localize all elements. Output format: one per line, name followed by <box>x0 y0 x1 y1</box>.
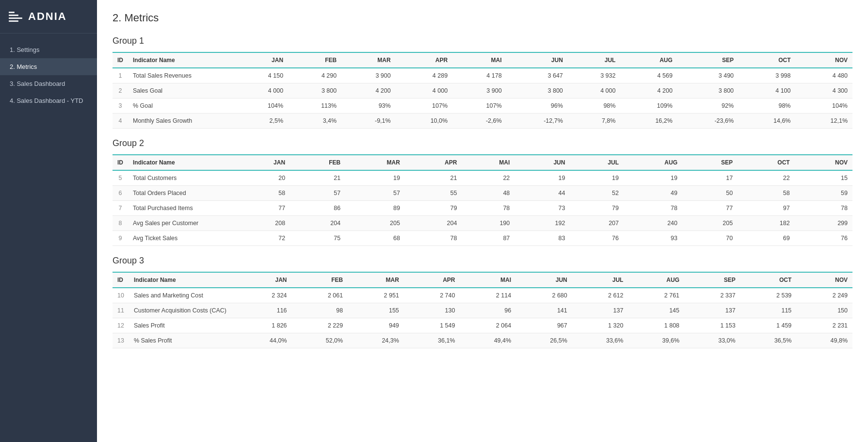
cell-7: 78 <box>624 201 682 216</box>
cell-1: 98 <box>292 303 348 318</box>
col-header-4: MAR <box>341 52 396 68</box>
col-header-5: APR <box>405 155 462 170</box>
sidebar-item-settings[interactable]: 1. Settings <box>0 41 97 58</box>
cell-7: 4 569 <box>620 68 677 83</box>
sidebar-nav: 1. Settings 2. Metrics 3. Sales Dashboar… <box>0 41 97 109</box>
cell-5: 967 <box>516 318 572 333</box>
cell-5: 3 647 <box>507 68 568 83</box>
cell-10: 2 231 <box>796 318 852 333</box>
cell-4: 2 064 <box>460 318 516 333</box>
cell-1: 2 229 <box>292 318 348 333</box>
cell-2: 2 951 <box>348 288 404 303</box>
data-table-1: IDIndicator NameJANFEBMARAPRMAIJUNJULAUG… <box>113 52 852 129</box>
row-id: 8 <box>113 216 128 231</box>
cell-4: -2,6% <box>452 114 507 129</box>
cell-10: 12,1% <box>795 114 852 129</box>
cell-1: 3 800 <box>288 83 341 98</box>
row-indicator-name: % Goal <box>128 98 235 114</box>
cell-9: 3 998 <box>739 68 795 83</box>
cell-3: 2 740 <box>404 288 460 303</box>
cell-8: 205 <box>682 216 738 231</box>
group-title-2: Group 2 <box>113 138 852 148</box>
cell-8: 92% <box>677 98 739 114</box>
table-row: 7Total Purchased Items778689797873797877… <box>113 201 852 216</box>
cell-9: 36,5% <box>740 333 797 348</box>
cell-8: -23,6% <box>677 114 739 129</box>
cell-2: 24,3% <box>348 333 404 348</box>
col-header-3: FEB <box>292 272 348 288</box>
cell-6: 33,6% <box>572 333 628 348</box>
cell-3: 204 <box>405 216 462 231</box>
cell-5: -12,7% <box>507 114 568 129</box>
cell-0: 58 <box>235 186 290 201</box>
row-indicator-name: Total Purchased Items <box>128 201 235 216</box>
cell-2: 57 <box>345 186 405 201</box>
cell-10: 104% <box>795 98 852 114</box>
col-header-12: NOV <box>796 272 852 288</box>
groups-container: Group 1IDIndicator NameJANFEBMARAPRMAIJU… <box>113 36 852 348</box>
row-indicator-name: % Sales Profit <box>129 333 236 348</box>
cell-9: 98% <box>739 98 795 114</box>
row-id: 12 <box>113 318 129 333</box>
row-id: 3 <box>113 98 128 114</box>
col-header-9: AUG <box>620 52 677 68</box>
col-header-4: MAR <box>348 272 404 288</box>
table-row: 10Sales and Marketing Cost2 3242 0612 95… <box>113 288 852 303</box>
cell-2: 68 <box>345 231 405 246</box>
table-row: 3% Goal104%113%93%107%107%96%98%109%92%9… <box>113 98 852 114</box>
sidebar-item-sales-dashboard-ytd[interactable]: 4. Sales Dashboard - YTD <box>0 92 97 109</box>
cell-4: 190 <box>462 216 514 231</box>
col-header-0: ID <box>113 52 128 68</box>
cell-3: 107% <box>396 98 452 114</box>
cell-5: 44 <box>514 186 570 201</box>
table-row: 12Sales Profit1 8262 2299491 5492 064967… <box>113 318 852 333</box>
col-header-0: ID <box>113 155 128 170</box>
cell-8: 70 <box>682 231 738 246</box>
cell-8: 2 337 <box>684 288 740 303</box>
cell-5: 26,5% <box>516 333 572 348</box>
cell-0: 2,5% <box>235 114 288 129</box>
row-indicator-name: Sales and Marketing Cost <box>129 288 236 303</box>
main-content: 2. Metrics Group 1IDIndicator NameJANFEB… <box>97 0 868 442</box>
cell-4: 48 <box>462 186 514 201</box>
cell-10: 4 480 <box>795 68 852 83</box>
cell-6: 79 <box>570 201 624 216</box>
sidebar-item-sales-dashboard[interactable]: 3. Sales Dashboard <box>0 75 97 92</box>
cell-6: 207 <box>570 216 624 231</box>
cell-6: 2 612 <box>572 288 628 303</box>
sidebar: ADNIA 1. Settings 2. Metrics 3. Sales Da… <box>0 0 97 442</box>
data-table-2: IDIndicator NameJANFEBMARAPRMAIJUNJULAUG… <box>113 154 852 246</box>
table-row: 6Total Orders Placed58575755484452495058… <box>113 186 852 201</box>
row-indicator-name: Avg Ticket Sales <box>128 231 235 246</box>
cell-3: 21 <box>405 170 462 186</box>
cell-4: 96 <box>460 303 516 318</box>
col-header-8: JUL <box>570 155 624 170</box>
cell-10: 150 <box>796 303 852 318</box>
col-header-10: SEP <box>677 52 739 68</box>
col-header-3: FEB <box>288 52 341 68</box>
cell-8: 77 <box>682 201 738 216</box>
cell-5: 2 680 <box>516 288 572 303</box>
col-header-4: MAR <box>345 155 405 170</box>
cell-7: 49 <box>624 186 682 201</box>
row-indicator-name: Avg Sales per Customer <box>128 216 235 231</box>
cell-2: 93% <box>341 98 396 114</box>
col-header-2: JAN <box>235 155 290 170</box>
sidebar-item-metrics[interactable]: 2. Metrics <box>0 58 97 75</box>
cell-10: 78 <box>795 201 852 216</box>
table-row: 2Sales Goal4 0003 8004 2004 0003 9003 80… <box>113 83 852 98</box>
cell-0: 44,0% <box>236 333 292 348</box>
cell-9: 22 <box>738 170 795 186</box>
cell-6: 19 <box>570 170 624 186</box>
page-title: 2. Metrics <box>113 12 852 24</box>
col-header-9: AUG <box>624 155 682 170</box>
cell-0: 2 324 <box>236 288 292 303</box>
cell-9: 69 <box>738 231 795 246</box>
cell-7: 16,2% <box>620 114 677 129</box>
cell-2: 3 900 <box>341 68 396 83</box>
col-header-8: JUL <box>572 272 628 288</box>
col-header-7: JUN <box>516 272 572 288</box>
cell-6: 3 932 <box>568 68 621 83</box>
row-id: 10 <box>113 288 129 303</box>
cell-5: 141 <box>516 303 572 318</box>
